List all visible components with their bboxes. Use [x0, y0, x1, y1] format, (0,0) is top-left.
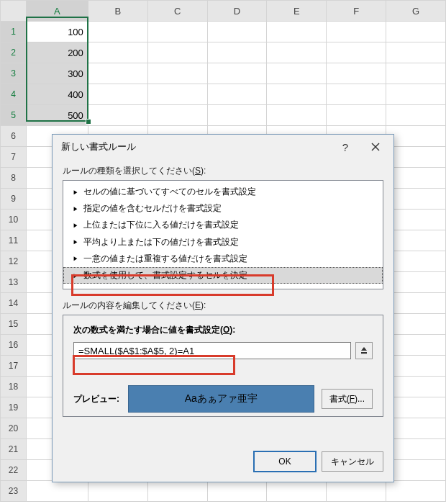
cell[interactable] [386, 105, 446, 126]
cancel-button[interactable]: キャンセル [322, 451, 383, 472]
cell[interactable] [386, 335, 446, 356]
row-header[interactable]: 7 [1, 147, 27, 168]
row-header[interactable]: 18 [1, 377, 27, 397]
cell[interactable] [147, 22, 207, 42]
cell[interactable] [88, 63, 147, 84]
cell[interactable] [88, 22, 147, 42]
cell[interactable]: 100 [26, 22, 88, 42]
range-selector-button[interactable] [355, 342, 373, 359]
row-header[interactable]: 22 [1, 460, 27, 481]
row-header[interactable]: 2 [1, 42, 27, 63]
cell[interactable] [386, 63, 446, 84]
row-header[interactable]: 19 [1, 397, 27, 418]
cell[interactable] [327, 63, 386, 84]
cell[interactable] [267, 22, 327, 42]
rule-type-item[interactable]: ►平均より上または下の値だけを書式設定 [63, 234, 383, 251]
cell[interactable] [207, 481, 267, 502]
cell[interactable] [88, 105, 147, 126]
row-header[interactable]: 21 [1, 439, 27, 460]
row-header[interactable]: 9 [1, 189, 27, 210]
help-button[interactable]: ? [330, 137, 360, 157]
cell[interactable] [386, 168, 446, 189]
cell[interactable] [327, 105, 386, 126]
formula-input[interactable] [73, 342, 351, 359]
rule-type-list[interactable]: ►セルの値に基づいてすべてのセルを書式設定►指定の値を含むセルだけを書式設定►上… [63, 180, 383, 289]
cell[interactable] [207, 63, 267, 84]
cell[interactable] [386, 314, 446, 335]
col-header[interactable]: F [327, 1, 386, 22]
row-header[interactable]: 15 [1, 314, 27, 335]
cell[interactable] [386, 230, 446, 251]
cell[interactable] [147, 105, 207, 126]
col-header[interactable]: B [88, 1, 147, 22]
cell[interactable] [386, 418, 446, 439]
row-header[interactable]: 12 [1, 251, 27, 272]
format-button[interactable]: 書式(F)... [322, 389, 373, 409]
cell[interactable] [147, 63, 207, 84]
cell[interactable] [88, 84, 147, 105]
col-header[interactable]: G [386, 1, 446, 22]
cell[interactable] [327, 22, 386, 42]
rule-type-item[interactable]: ►指定の値を含むセルだけを書式設定 [63, 200, 383, 217]
row-header[interactable]: 8 [1, 168, 27, 189]
cell[interactable] [88, 481, 147, 502]
row-header[interactable]: 20 [1, 418, 27, 439]
cell[interactable] [267, 84, 327, 105]
row-header[interactable]: 23 [1, 481, 27, 502]
cell[interactable] [386, 251, 446, 272]
row-header[interactable]: 10 [1, 210, 27, 230]
rule-type-item[interactable]: ►一意の値または重複する値だけを書式設定 [63, 251, 383, 267]
row-header[interactable]: 14 [1, 293, 27, 314]
cell[interactable] [267, 63, 327, 84]
cell[interactable] [327, 481, 386, 502]
row-header[interactable]: 11 [1, 230, 27, 251]
cell[interactable] [386, 84, 446, 105]
cell[interactable] [26, 481, 88, 502]
select-all-corner[interactable] [1, 1, 27, 22]
cell[interactable] [327, 42, 386, 63]
row-header[interactable]: 3 [1, 63, 27, 84]
cell[interactable]: 300 [26, 63, 88, 84]
close-button[interactable] [360, 137, 391, 157]
cell[interactable] [267, 42, 327, 63]
cell[interactable] [386, 22, 446, 42]
cell[interactable] [267, 481, 327, 502]
cell[interactable]: 500 [26, 105, 88, 126]
dialog-titlebar[interactable]: 新しい書式ルール ? [53, 135, 393, 159]
cell[interactable]: 400 [26, 84, 88, 105]
col-header[interactable]: A [26, 1, 88, 22]
cell[interactable] [147, 42, 207, 63]
row-header[interactable]: 5 [1, 105, 27, 126]
row-header[interactable]: 4 [1, 84, 27, 105]
cell[interactable] [386, 147, 446, 168]
cell[interactable] [267, 105, 327, 126]
cell[interactable] [386, 126, 446, 147]
cell[interactable] [147, 481, 207, 502]
cell[interactable] [386, 377, 446, 397]
col-header[interactable]: C [147, 1, 207, 22]
cell[interactable] [386, 356, 446, 377]
cell[interactable] [386, 460, 446, 481]
ok-button[interactable]: OK [254, 451, 316, 472]
cell[interactable] [207, 105, 267, 126]
cell[interactable] [386, 293, 446, 314]
row-header[interactable]: 6 [1, 126, 27, 147]
row-header[interactable]: 13 [1, 272, 27, 293]
rule-type-item[interactable]: ►数式を使用して、書式設定するセルを決定 [63, 267, 383, 284]
col-header[interactable]: D [207, 1, 267, 22]
cell[interactable] [207, 22, 267, 42]
rule-type-item[interactable]: ►上位または下位に入る値だけを書式設定 [63, 217, 383, 233]
cell[interactable] [207, 84, 267, 105]
cell[interactable] [386, 439, 446, 460]
cell[interactable] [386, 210, 446, 230]
cell[interactable] [386, 272, 446, 293]
row-header[interactable]: 16 [1, 335, 27, 356]
cell[interactable] [147, 84, 207, 105]
row-header[interactable]: 1 [1, 22, 27, 42]
cell[interactable] [207, 42, 267, 63]
cell[interactable]: 200 [26, 42, 88, 63]
cell[interactable] [88, 42, 147, 63]
cell[interactable] [386, 42, 446, 63]
cell[interactable] [386, 189, 446, 210]
cell[interactable] [386, 397, 446, 418]
